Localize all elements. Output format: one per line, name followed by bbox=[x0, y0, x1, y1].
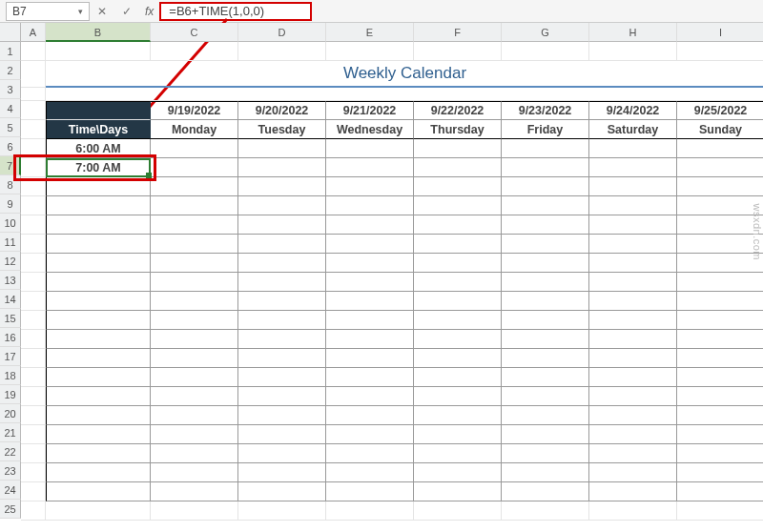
cell[interactable] bbox=[46, 501, 151, 521]
cell[interactable] bbox=[677, 311, 763, 330]
cell[interactable] bbox=[151, 444, 238, 463]
cell[interactable] bbox=[414, 425, 502, 444]
cell[interactable] bbox=[502, 501, 589, 521]
cell[interactable] bbox=[414, 463, 502, 482]
row-header[interactable]: 8 bbox=[0, 175, 21, 194]
cell[interactable] bbox=[589, 311, 677, 330]
cell[interactable] bbox=[151, 501, 238, 521]
cell[interactable] bbox=[502, 311, 589, 330]
cell[interactable] bbox=[589, 215, 677, 235]
cell[interactable] bbox=[21, 482, 46, 501]
cell[interactable] bbox=[326, 330, 414, 349]
cell[interactable] bbox=[238, 139, 326, 158]
cell[interactable] bbox=[46, 330, 151, 349]
cell[interactable] bbox=[677, 425, 763, 444]
cell[interactable] bbox=[326, 387, 414, 406]
cell[interactable] bbox=[238, 482, 326, 501]
cell[interactable] bbox=[502, 330, 589, 349]
cell[interactable] bbox=[326, 406, 414, 425]
row-header[interactable]: 10 bbox=[0, 214, 21, 233]
row-header[interactable]: 14 bbox=[0, 290, 21, 309]
cell[interactable] bbox=[589, 482, 677, 501]
cell[interactable] bbox=[589, 158, 677, 177]
row-header[interactable]: 23 bbox=[0, 461, 21, 481]
time-days-label[interactable]: Time\Days bbox=[46, 120, 151, 139]
cell[interactable] bbox=[21, 368, 46, 387]
cell[interactable] bbox=[21, 61, 46, 88]
cell[interactable] bbox=[21, 387, 46, 406]
cell[interactable] bbox=[21, 120, 46, 139]
row-header[interactable]: 12 bbox=[0, 252, 21, 271]
cell[interactable] bbox=[326, 273, 414, 292]
cell[interactable] bbox=[151, 254, 238, 273]
row-header[interactable]: 15 bbox=[0, 309, 21, 328]
col-header[interactable]: A bbox=[21, 23, 46, 42]
cell[interactable] bbox=[21, 177, 46, 196]
cell[interactable] bbox=[21, 88, 46, 101]
col-header[interactable]: F bbox=[414, 23, 502, 42]
cell[interactable] bbox=[414, 349, 502, 368]
day-header[interactable]: Thursday bbox=[414, 120, 502, 139]
cell[interactable] bbox=[677, 158, 763, 177]
cell[interactable] bbox=[46, 177, 151, 196]
cell[interactable] bbox=[46, 273, 151, 292]
date-header[interactable]: 9/25/2022 bbox=[677, 101, 763, 120]
cell[interactable] bbox=[589, 349, 677, 368]
cell[interactable] bbox=[326, 235, 414, 254]
cell[interactable] bbox=[238, 254, 326, 273]
confirm-icon[interactable]: ✓ bbox=[114, 5, 139, 18]
cell[interactable] bbox=[21, 42, 46, 61]
day-header[interactable]: Wednesday bbox=[326, 120, 414, 139]
cell[interactable] bbox=[21, 101, 46, 120]
cell[interactable] bbox=[46, 349, 151, 368]
cell[interactable] bbox=[46, 406, 151, 425]
cell[interactable] bbox=[46, 463, 151, 482]
day-header[interactable]: Friday bbox=[502, 120, 589, 139]
cell[interactable] bbox=[151, 42, 238, 61]
col-header[interactable]: H bbox=[589, 23, 677, 42]
cell[interactable] bbox=[238, 311, 326, 330]
row-header[interactable]: 3 bbox=[0, 80, 21, 99]
cell[interactable] bbox=[677, 444, 763, 463]
cell[interactable] bbox=[46, 311, 151, 330]
cell[interactable] bbox=[589, 501, 677, 521]
cell[interactable] bbox=[502, 444, 589, 463]
row-header[interactable]: 24 bbox=[0, 481, 21, 500]
cell[interactable] bbox=[238, 330, 326, 349]
row-header[interactable]: 13 bbox=[0, 271, 21, 290]
cell[interactable] bbox=[151, 349, 238, 368]
cell[interactable] bbox=[151, 330, 238, 349]
cell[interactable] bbox=[326, 177, 414, 196]
cell[interactable] bbox=[46, 88, 763, 101]
cell[interactable] bbox=[502, 406, 589, 425]
cell[interactable] bbox=[151, 215, 238, 235]
cell[interactable] bbox=[151, 387, 238, 406]
cell[interactable] bbox=[326, 501, 414, 521]
cell[interactable] bbox=[677, 501, 763, 521]
cell[interactable] bbox=[589, 177, 677, 196]
cell[interactable] bbox=[677, 177, 763, 196]
cell[interactable] bbox=[151, 406, 238, 425]
cell[interactable] bbox=[589, 292, 677, 311]
cell[interactable] bbox=[238, 292, 326, 311]
cell[interactable] bbox=[238, 368, 326, 387]
cell[interactable] bbox=[151, 235, 238, 254]
cell[interactable] bbox=[238, 158, 326, 177]
cell[interactable] bbox=[414, 254, 502, 273]
cell[interactable] bbox=[677, 42, 763, 61]
cancel-icon[interactable]: ✕ bbox=[90, 5, 114, 18]
grid[interactable]: A B C D E F G H I bbox=[21, 23, 763, 521]
cell[interactable] bbox=[151, 482, 238, 501]
cell[interactable] bbox=[589, 368, 677, 387]
col-header[interactable]: C bbox=[151, 23, 238, 42]
cell[interactable] bbox=[414, 387, 502, 406]
cell[interactable] bbox=[414, 139, 502, 158]
cell[interactable] bbox=[238, 42, 326, 61]
cell[interactable] bbox=[677, 463, 763, 482]
cell[interactable] bbox=[502, 139, 589, 158]
col-header[interactable]: G bbox=[502, 23, 589, 42]
cell[interactable] bbox=[502, 215, 589, 235]
row-header[interactable]: 7 bbox=[0, 156, 21, 175]
col-header[interactable]: B bbox=[46, 23, 151, 42]
cell[interactable] bbox=[21, 463, 46, 482]
